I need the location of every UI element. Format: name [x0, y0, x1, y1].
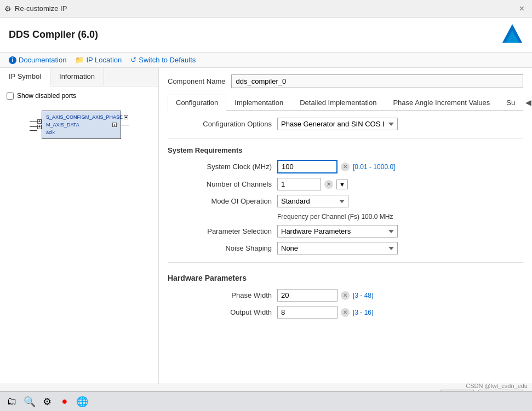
output-width-clear-button[interactable]: ✕ [341, 308, 350, 317]
system-clock-clear-button[interactable]: ✕ [341, 163, 350, 171]
system-requirements-title: System Requirements [168, 146, 523, 154]
tab-configuration[interactable]: Configuration [168, 95, 226, 111]
show-disabled-ports-row: Show disabled ports [7, 92, 152, 100]
logo-icon [501, 23, 523, 45]
toolbar: i Documentation 📁 IP Location ↺ Switch t… [0, 53, 532, 68]
config-options-label: Configuration Options [168, 120, 277, 128]
noise-shaping-select[interactable]: None [277, 242, 398, 254]
phase-width-control: ✕ [3 - 48] [277, 289, 373, 302]
output-width-row: Output Width ✕ [3 - 16] [168, 306, 523, 319]
config-options-select[interactable]: Phase Generator and SIN COS LUT [277, 118, 398, 130]
phase-width-input[interactable] [277, 289, 337, 302]
mode-operation-select[interactable]: Standard [277, 195, 348, 207]
show-disabled-ports-label[interactable]: Show disabled ports [17, 92, 76, 100]
output-width-control: ✕ [3 - 16] [277, 306, 373, 319]
wire-left-2 [30, 126, 37, 127]
left-tabs: IP Symbol Information [0, 68, 158, 86]
mode-operation-row: Mode Of Operation Standard [168, 195, 523, 207]
right-panel: Component Name Configuration Implementat… [159, 68, 532, 384]
output-width-input[interactable] [277, 306, 337, 319]
output-width-range: [3 - 16] [353, 309, 373, 316]
noise-shaping-control: None [277, 242, 398, 254]
title-bar-icon: ⚙ [4, 4, 12, 13]
right-plus-icon: + [124, 115, 128, 119]
component-name-row: Component Name [168, 74, 523, 88]
config-tabs: Configuration Implementation Detailed Im… [168, 95, 523, 111]
parameter-selection-select[interactable]: Hardware Parameters [277, 225, 398, 238]
hardware-params-title: Hardware Parameters [168, 274, 523, 282]
tab-su[interactable]: Su [498, 95, 523, 110]
num-channels-clear-button[interactable]: ✕ [324, 180, 333, 189]
parameter-selection-row: Parameter Selection Hardware Parameters [168, 225, 523, 238]
left-port-2: + [30, 125, 42, 129]
tab-ip-symbol[interactable]: IP Symbol [0, 68, 50, 86]
num-channels-dropdown-button[interactable]: ▼ [336, 180, 348, 189]
parameter-selection-label: Parameter Selection [168, 227, 277, 235]
tab-information[interactable]: Information [50, 68, 104, 86]
tab-phase-angle[interactable]: Phase Angle Increment Values [385, 95, 498, 110]
right-port-label-1: M_AXIS_PHASE [85, 114, 123, 120]
section-divider-2 [168, 262, 523, 263]
left-panel: IP Symbol Information Show disabled port… [0, 68, 159, 384]
system-clock-control: ✕ [0.01 - 1000.0] [277, 160, 395, 173]
system-clock-range: [0.01 - 1000.0] [353, 163, 395, 171]
tab-implementation[interactable]: Implementation [226, 95, 291, 110]
taskbar-icon-4[interactable]: ● [57, 394, 72, 409]
taskbar-icon-5[interactable]: 🌐 [75, 394, 90, 409]
info-icon: i [9, 56, 16, 64]
left-port-label-2: M_AXIS_DATA [46, 122, 79, 128]
title-bar-text: Re-customize IP [15, 4, 67, 13]
wire-clock [30, 130, 37, 131]
clock-label: aclk [46, 130, 55, 135]
app-title: DDS Compiler (6.0) [9, 29, 98, 40]
system-clock-row: System Clock (MHz) ✕ [0.01 - 1000.0] [168, 160, 523, 173]
freq-line: Frequency per Channel (Fs) 100.0 MHz [277, 213, 523, 221]
tab-prev-button[interactable]: ◀ [523, 97, 532, 108]
header-area: DDS Compiler (6.0) [0, 18, 532, 53]
phase-width-label: Phase Width [168, 291, 277, 299]
ip-location-link[interactable]: 📁 IP Location [75, 56, 122, 64]
close-button[interactable]: × [516, 3, 528, 15]
switch-to-defaults-label: Switch to Defaults [139, 56, 196, 64]
noise-shaping-row: Noise Shaping None [168, 242, 523, 254]
taskbar-icon-1[interactable]: 🗂 [4, 394, 20, 409]
section-divider-1 [168, 138, 523, 138]
show-disabled-ports-checkbox[interactable] [7, 92, 14, 100]
tab-detailed-implementation[interactable]: Detailed Implementation [291, 95, 385, 110]
mode-operation-label: Mode Of Operation [168, 197, 277, 205]
refresh-icon: ↺ [130, 56, 136, 64]
component-name-label: Component Name [168, 77, 226, 85]
config-options-control: Phase Generator and SIN COS LUT [277, 118, 398, 130]
ip-diagram: + + [30, 111, 129, 139]
tab-nav: ◀ ▶ ☰ [523, 97, 532, 108]
documentation-link[interactable]: i Documentation [9, 56, 66, 64]
phase-width-clear-button[interactable]: ✕ [341, 291, 350, 300]
right-port-wire [121, 125, 129, 125]
num-channels-row: Number of Channels ✕ ▼ [168, 178, 523, 190]
num-channels-input[interactable] [277, 178, 321, 190]
num-channels-control: ✕ ▼ [277, 178, 348, 190]
switch-to-defaults-link[interactable]: ↺ Switch to Defaults [130, 56, 196, 64]
taskbar-icon-2[interactable]: 🔍 [22, 394, 37, 409]
ip-diagram-wrapper: + + [7, 111, 152, 139]
left-ports: + + [30, 119, 42, 131]
noise-shaping-label: Noise Shaping [168, 244, 277, 252]
title-bar: ⚙ Re-customize IP × [0, 0, 532, 18]
system-clock-input[interactable] [277, 160, 337, 173]
taskbar-icon-3[interactable]: ⚙ [39, 394, 55, 409]
output-width-label: Output Width [168, 308, 277, 316]
mode-operation-control: Standard [277, 195, 348, 207]
phase-width-range: [3 - 48] [353, 292, 373, 299]
phase-width-row: Phase Width ✕ [3 - 48] [168, 289, 523, 302]
plus-icon-2: + [37, 125, 42, 129]
component-name-input[interactable] [231, 74, 524, 88]
right-port-1: M_AXIS_PHASE + [85, 114, 129, 120]
system-clock-label: System Clock (MHz) [168, 163, 277, 171]
ip-location-label: IP Location [86, 56, 122, 64]
right-plus-icon-2: + [112, 123, 117, 127]
parameter-selection-control: Hardware Parameters [277, 225, 398, 238]
ip-box-inner: S_AXIS_CONFIG M_AXIS_PHASE + M_AXIS_DATA [42, 111, 121, 138]
wire-left-1 [30, 121, 37, 121]
num-channels-label: Number of Channels [168, 180, 277, 188]
left-port-label-1: S_AXIS_CONFIG [46, 114, 85, 120]
